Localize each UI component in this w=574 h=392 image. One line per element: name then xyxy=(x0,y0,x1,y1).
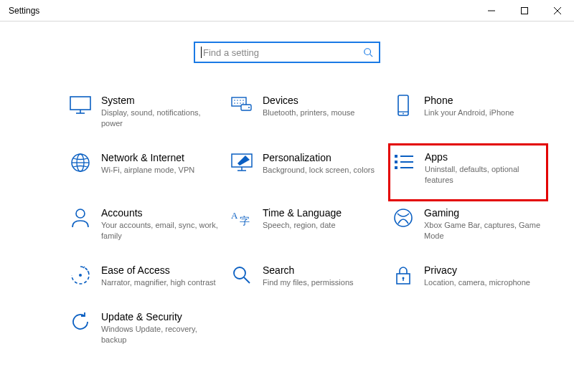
close-button[interactable] xyxy=(541,0,574,21)
tile-gaming[interactable]: Gaming Xbox Game Bar, captures, Game Mod… xyxy=(391,204,545,244)
svg-point-39 xyxy=(79,274,82,277)
tile-update-security[interactable]: Update & Security Windows Update, recove… xyxy=(68,308,222,348)
tile-title: System xyxy=(101,95,220,106)
search-icon xyxy=(363,47,373,57)
svg-rect-20 xyxy=(398,95,408,115)
svg-rect-31 xyxy=(395,166,397,169)
svg-point-4 xyxy=(364,49,371,55)
tile-title: Apps xyxy=(425,151,543,163)
display-icon xyxy=(70,95,91,116)
svg-text:字: 字 xyxy=(240,216,250,226)
svg-line-5 xyxy=(370,54,373,57)
lock-icon xyxy=(392,264,414,286)
svg-point-35 xyxy=(76,209,85,218)
tile-desc: Location, camera, microphone xyxy=(424,277,530,288)
text-cursor xyxy=(201,47,202,58)
svg-point-22 xyxy=(403,113,404,115)
svg-point-19 xyxy=(248,107,250,108)
tile-phone[interactable]: Phone Link your Android, iPhone xyxy=(391,92,545,132)
tile-privacy[interactable]: Privacy Location, camera, microphone xyxy=(391,262,545,291)
accessibility-icon xyxy=(70,264,91,286)
tile-desc: Your accounts, email, sync, work, family xyxy=(101,220,220,242)
tile-title: Privacy xyxy=(424,264,530,276)
tile-accounts[interactable]: Accounts Your accounts, email, sync, wor… xyxy=(68,204,222,244)
magnifier-icon xyxy=(231,264,253,286)
tile-desc: Link your Android, iPhone xyxy=(424,107,514,118)
maximize-button[interactable] xyxy=(508,0,541,21)
search-input[interactable] xyxy=(203,47,363,58)
update-icon xyxy=(70,311,91,333)
svg-rect-29 xyxy=(395,155,397,158)
tile-title: Search xyxy=(263,264,354,276)
paint-icon xyxy=(231,152,253,173)
tile-desc: Narrator, magnifier, high contrast xyxy=(101,277,216,288)
tile-title: Gaming xyxy=(424,207,542,219)
tile-desc: Uninstall, defaults, optional features xyxy=(425,164,543,186)
tile-desc: Xbox Game Bar, captures, Game Mode xyxy=(424,220,542,242)
svg-point-38 xyxy=(395,209,412,226)
svg-point-11 xyxy=(237,100,238,101)
settings-home: System Display, sound, notifications, po… xyxy=(0,21,574,348)
tile-apps[interactable]: Apps Uninstall, defaults, optional featu… xyxy=(388,143,548,202)
minimize-button[interactable] xyxy=(475,0,508,21)
keyboard-icon xyxy=(231,95,253,116)
window-title: Settings xyxy=(9,6,39,16)
globe-icon xyxy=(70,152,91,173)
tile-title: Personalization xyxy=(263,152,375,163)
tile-search[interactable]: Search Find my files, permissions xyxy=(230,262,384,291)
tile-time-language[interactable]: A字 Time & Language Speech, region, date xyxy=(230,204,384,244)
tile-personalization[interactable]: Personalization Background, lock screen,… xyxy=(230,149,384,188)
window-controls xyxy=(475,0,574,21)
svg-text:A: A xyxy=(231,210,238,221)
tile-desc: Wi-Fi, airplane mode, VPN xyxy=(101,165,194,176)
tile-title: Time & Language xyxy=(263,207,342,219)
tile-title: Network & Internet xyxy=(101,152,194,163)
svg-rect-1 xyxy=(522,7,528,14)
svg-point-14 xyxy=(234,102,235,104)
svg-point-40 xyxy=(234,267,245,279)
xbox-icon xyxy=(392,207,414,229)
svg-rect-6 xyxy=(70,97,90,110)
tile-title: Devices xyxy=(263,95,354,106)
svg-rect-30 xyxy=(395,161,397,163)
tile-desc: Background, lock screen, colors xyxy=(263,165,375,176)
tile-title: Phone xyxy=(424,95,514,106)
language-icon: A字 xyxy=(231,207,253,229)
svg-line-41 xyxy=(244,277,250,283)
titlebar: Settings xyxy=(0,0,574,21)
tile-title: Ease of Access xyxy=(101,264,216,276)
svg-point-16 xyxy=(240,102,241,104)
tile-ease-of-access[interactable]: Ease of Access Narrator, magnifier, high… xyxy=(68,262,222,291)
search-wrap xyxy=(0,42,574,63)
svg-point-15 xyxy=(237,102,238,104)
settings-grid: System Display, sound, notifications, po… xyxy=(68,92,574,348)
tile-system[interactable]: System Display, sound, notifications, po… xyxy=(68,92,222,132)
tile-desc: Windows Update, recovery, backup xyxy=(101,324,220,345)
tile-desc: Find my files, permissions xyxy=(263,277,354,288)
tile-devices[interactable]: Devices Bluetooth, printers, mouse xyxy=(230,92,384,132)
tile-desc: Bluetooth, printers, mouse xyxy=(263,107,354,118)
svg-point-13 xyxy=(243,100,244,101)
list-icon xyxy=(393,151,415,173)
tile-title: Accounts xyxy=(101,207,220,219)
svg-point-17 xyxy=(243,102,244,104)
tile-network[interactable]: Network & Internet Wi-Fi, airplane mode,… xyxy=(68,149,222,188)
tile-desc: Speech, region, date xyxy=(263,220,342,231)
tile-desc: Display, sound, notifications, power xyxy=(101,107,220,129)
svg-point-12 xyxy=(240,100,241,101)
tile-title: Update & Security xyxy=(101,311,220,322)
svg-point-10 xyxy=(234,100,235,101)
phone-icon xyxy=(392,95,414,116)
person-icon xyxy=(70,207,91,229)
search-box[interactable] xyxy=(194,42,380,63)
